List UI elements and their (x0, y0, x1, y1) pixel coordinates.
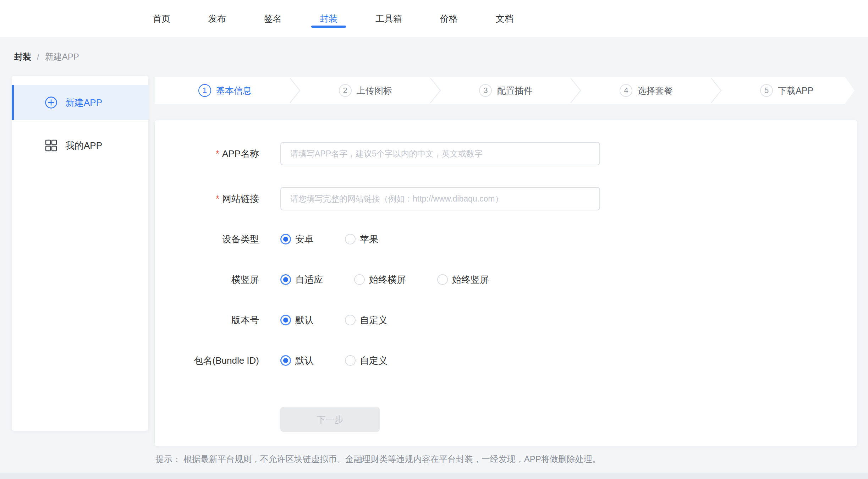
radio-bundle-default[interactable]: 默认 (280, 354, 314, 367)
step-chevron-icon (570, 77, 582, 104)
platform-rules-note: 提示： 根据最新平台规则，不允许区块链虚拟币、金融理财类等违规内容在平台封装，一… (155, 453, 601, 465)
radio-label: 默认 (295, 314, 314, 326)
step-label: 选择套餐 (637, 85, 673, 97)
step-label: 上传图标 (357, 85, 392, 97)
nav-item-label: 封装 (320, 13, 337, 24)
radio-ios[interactable]: 苹果 (345, 233, 378, 246)
plus-circle-icon (45, 96, 57, 109)
field-control: 默认 自定义 (280, 354, 419, 367)
radio-label: 安卓 (295, 233, 314, 246)
field-label-text: 包名(Bundle ID) (194, 354, 259, 367)
nav-item-label: 价格 (440, 13, 458, 24)
app-name-input[interactable] (280, 142, 600, 165)
radio-label: 苹果 (360, 233, 378, 246)
radio-bundle-custom[interactable]: 自定义 (345, 354, 388, 367)
radio-selected-icon (280, 274, 291, 285)
step-download-app: 5 下载APP (716, 77, 857, 104)
active-tab-underline (311, 26, 346, 28)
field-label-text: 横竖屏 (231, 274, 259, 286)
sidebar: 新建APP 我的APP (12, 76, 148, 431)
top-nav-bar: 首页 发布 签名 封装 工具箱 价格 文档 (0, 0, 868, 37)
radio-selected-icon (280, 355, 291, 366)
next-step-button[interactable]: 下一步 (280, 407, 380, 432)
footer-top-edge (0, 473, 868, 479)
main-nav: 首页 发布 签名 封装 工具箱 价格 文档 (153, 0, 513, 37)
field-label: 设备类型 (155, 233, 259, 246)
breadcrumb-separator: / (37, 52, 39, 62)
field-label: 版本号 (155, 314, 259, 326)
field-control: 安卓 苹果 (280, 233, 410, 246)
field-label: 包名(Bundle ID) (155, 354, 259, 367)
step-upload-icon: 2 上传图标 (295, 77, 436, 104)
nav-item-label: 文档 (496, 13, 513, 24)
radio-label: 始终横屏 (369, 274, 406, 286)
step-label: 配置插件 (497, 85, 532, 97)
field-control: 默认 自定义 (280, 314, 419, 326)
step-label: 下载APP (778, 85, 813, 97)
sidebar-item-new-app[interactable]: 新建APP (12, 85, 148, 120)
nav-item-toolbox[interactable]: 工具箱 (375, 0, 402, 37)
sidebar-item-label: 我的APP (65, 139, 102, 152)
radio-unselected-icon (345, 234, 356, 244)
field-label: * 网站链接 (155, 193, 259, 205)
form-row-bundle-id: 包名(Bundle ID) 默认 自定义 (155, 353, 857, 368)
form-row-website-url: * 网站链接 (155, 187, 857, 210)
grid-icon (45, 139, 57, 152)
breadcrumb: 封装 / 新建APP (14, 37, 79, 76)
breadcrumb-item-new-app: 新建APP (45, 51, 79, 62)
nav-item-sign[interactable]: 签名 (264, 0, 282, 37)
step-chevron-icon (289, 77, 302, 104)
step-configure-plugins: 3 配置插件 (436, 77, 576, 104)
radio-version-default[interactable]: 默认 (280, 314, 314, 326)
nav-item-pricing[interactable]: 价格 (440, 0, 458, 37)
field-label: * APP名称 (155, 148, 259, 160)
form-row-device-type: 设备类型 安卓 苹果 (155, 232, 857, 246)
nav-item-home[interactable]: 首页 (153, 0, 170, 37)
radio-label: 始终竖屏 (452, 274, 489, 286)
steps-bar-arrow-end (845, 77, 857, 104)
step-number-badge: 2 (339, 84, 352, 97)
radio-unselected-icon (345, 355, 356, 366)
radio-selected-icon (280, 315, 291, 325)
sidebar-item-label: 新建APP (65, 97, 102, 109)
field-label-text: 网站链接 (222, 193, 259, 205)
step-number-badge: 3 (479, 84, 492, 97)
nav-item-label: 发布 (208, 13, 226, 24)
radio-unselected-icon (354, 274, 365, 285)
step-chevron-icon (429, 77, 442, 104)
field-label-text: 版本号 (231, 314, 259, 326)
radio-unselected-icon (345, 315, 356, 325)
radio-always-landscape[interactable]: 始终横屏 (354, 274, 406, 286)
field-control (280, 142, 600, 165)
step-basic-info: 1 基本信息 (155, 77, 295, 104)
form-row-orientation: 横竖屏 自适应 始终横屏 始终竖屏 (155, 272, 857, 287)
radio-version-custom[interactable]: 自定义 (345, 314, 388, 326)
basic-info-form-card: * APP名称 * 网站链接 设备类型 安卓 苹果 (155, 120, 857, 446)
step-choose-plan: 4 选择套餐 (576, 77, 716, 104)
radio-auto-adapt[interactable]: 自适应 (280, 274, 323, 286)
nav-item-label: 工具箱 (375, 13, 402, 24)
field-control: 自适应 始终横屏 始终竖屏 (280, 274, 520, 286)
breadcrumb-item-package[interactable]: 封装 (14, 51, 31, 62)
nav-item-docs[interactable]: 文档 (496, 0, 513, 37)
step-number-badge: 1 (198, 84, 211, 97)
radio-unselected-icon (437, 274, 448, 285)
website-url-input[interactable] (280, 187, 600, 210)
required-asterisk: * (216, 148, 219, 159)
sidebar-item-my-apps[interactable]: 我的APP (12, 128, 148, 163)
active-item-accent-bar (12, 85, 14, 120)
step-chevron-icon (710, 77, 723, 104)
radio-label: 自适应 (295, 274, 323, 286)
field-label-text: 设备类型 (222, 233, 259, 246)
nav-item-label: 首页 (153, 13, 170, 24)
nav-item-package[interactable]: 封装 (320, 0, 337, 37)
field-label: 横竖屏 (155, 274, 259, 286)
nav-item-label: 签名 (264, 13, 282, 24)
radio-always-portrait[interactable]: 始终竖屏 (437, 274, 489, 286)
step-number-badge: 5 (760, 84, 773, 97)
radio-label: 自定义 (360, 354, 388, 367)
nav-item-publish[interactable]: 发布 (208, 0, 226, 37)
step-label: 基本信息 (216, 85, 252, 97)
step-number-badge: 4 (620, 84, 632, 97)
radio-android[interactable]: 安卓 (280, 233, 314, 246)
